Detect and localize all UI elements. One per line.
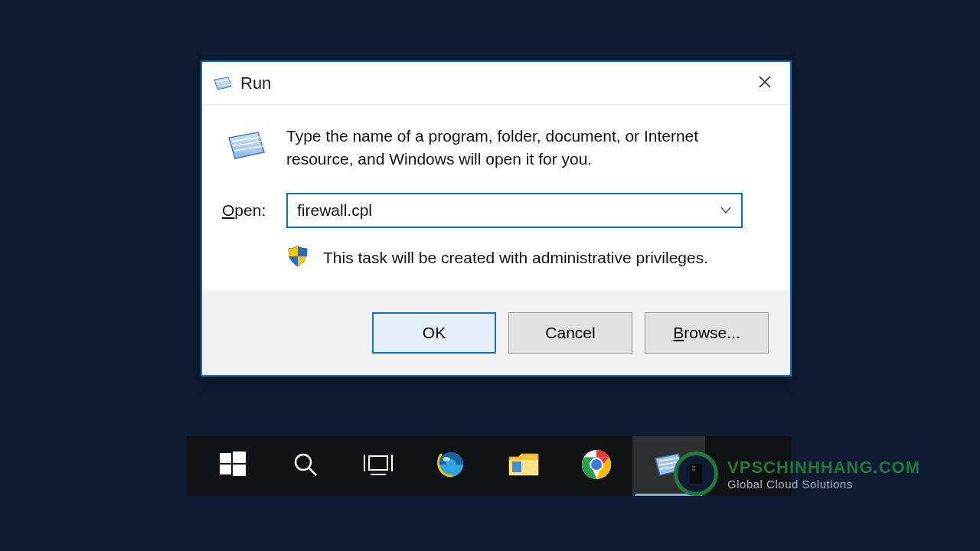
file-explorer-icon bbox=[508, 451, 540, 481]
dialog-body: Type the name of a program, folder, docu… bbox=[202, 105, 790, 291]
run-dialog: Run Type the name of a program, folder, … bbox=[201, 61, 791, 376]
watermark-brand: VPSCHINHHANG.COM bbox=[727, 458, 920, 478]
internet-explorer-icon bbox=[435, 448, 467, 484]
cancel-button[interactable]: Cancel bbox=[508, 312, 632, 354]
svg-rect-9 bbox=[233, 465, 246, 476]
svg-rect-6 bbox=[220, 453, 231, 463]
titlebar[interactable]: Run bbox=[202, 62, 790, 105]
task-view-button[interactable] bbox=[341, 436, 414, 496]
dialog-footer: OK Cancel Browse... bbox=[202, 291, 790, 375]
windows-logo-icon bbox=[218, 450, 247, 482]
search-button[interactable] bbox=[269, 436, 341, 496]
svg-line-11 bbox=[309, 468, 316, 475]
open-combo[interactable] bbox=[286, 193, 743, 228]
start-button[interactable] bbox=[196, 436, 269, 496]
svg-rect-8 bbox=[220, 465, 231, 474]
close-icon bbox=[758, 75, 772, 92]
uac-shield-icon bbox=[286, 245, 309, 271]
svg-point-17 bbox=[443, 457, 450, 461]
task-view-icon bbox=[363, 452, 394, 481]
close-button[interactable] bbox=[747, 68, 782, 99]
taskbar-app-explorer[interactable] bbox=[487, 436, 560, 496]
search-icon bbox=[292, 451, 319, 481]
combo-dropdown-button[interactable] bbox=[710, 194, 741, 227]
admin-privileges-text: This task will be created with administr… bbox=[323, 249, 708, 267]
watermark: VPSCHINHHANG.COM Global Cloud Solutions bbox=[674, 452, 920, 496]
run-icon bbox=[227, 129, 266, 161]
svg-point-22 bbox=[591, 459, 602, 470]
open-label: Open: bbox=[222, 201, 277, 220]
watermark-logo-icon bbox=[674, 452, 718, 496]
svg-rect-19 bbox=[512, 461, 521, 472]
watermark-sub: Global Cloud Solutions bbox=[727, 478, 920, 491]
run-icon bbox=[213, 76, 233, 91]
chevron-down-icon bbox=[720, 204, 731, 217]
taskbar-app-ie[interactable] bbox=[414, 436, 487, 496]
open-input[interactable] bbox=[288, 201, 710, 220]
svg-rect-7 bbox=[233, 452, 246, 463]
svg-rect-12 bbox=[369, 456, 387, 470]
chrome-icon bbox=[580, 448, 612, 484]
instruction-text: Type the name of a program, folder, docu… bbox=[286, 125, 769, 171]
taskbar-app-chrome[interactable] bbox=[560, 436, 632, 496]
ok-button[interactable]: OK bbox=[372, 312, 496, 354]
browse-button[interactable]: Browse... bbox=[645, 312, 769, 354]
svg-point-10 bbox=[296, 455, 311, 470]
window-title: Run bbox=[240, 73, 747, 93]
